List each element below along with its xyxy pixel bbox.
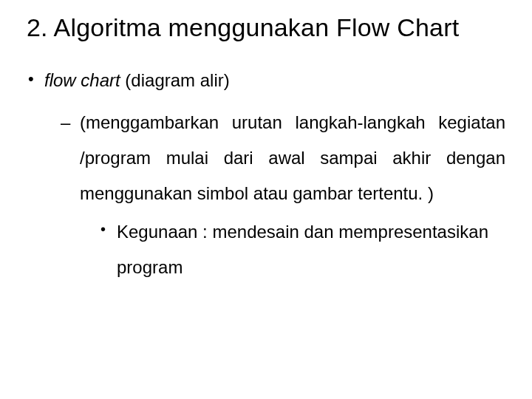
bullet-italic-text: flow chart [44,70,120,90]
bullet-item-description: (menggambarkan urutan langkah-langkah ke… [61,105,505,285]
bullet-item-kegunaan: Kegunaan : mendesain dan mempresentasika… [99,214,505,285]
bullet-list-level-1: flow chart (diagram alir) (menggambarkan… [27,69,505,285]
slide-title: 2. Algoritma menggunakan Flow Chart [27,13,505,42]
bullet-list-level-3: Kegunaan : mendesain dan mempresentasika… [80,214,505,285]
slide: 2. Algoritma menggunakan Flow Chart flow… [0,0,532,399]
description-text: (menggambarkan urutan langkah-langkah ke… [80,112,505,203]
bullet-rest-text: (diagram alir) [120,70,230,90]
bullet-list-level-2: (menggambarkan urutan langkah-langkah ke… [44,105,505,285]
kegunaan-text: Kegunaan : mendesain dan mempresentasika… [117,222,488,277]
bullet-item-flowchart: flow chart (diagram alir) (menggambarkan… [27,69,505,285]
